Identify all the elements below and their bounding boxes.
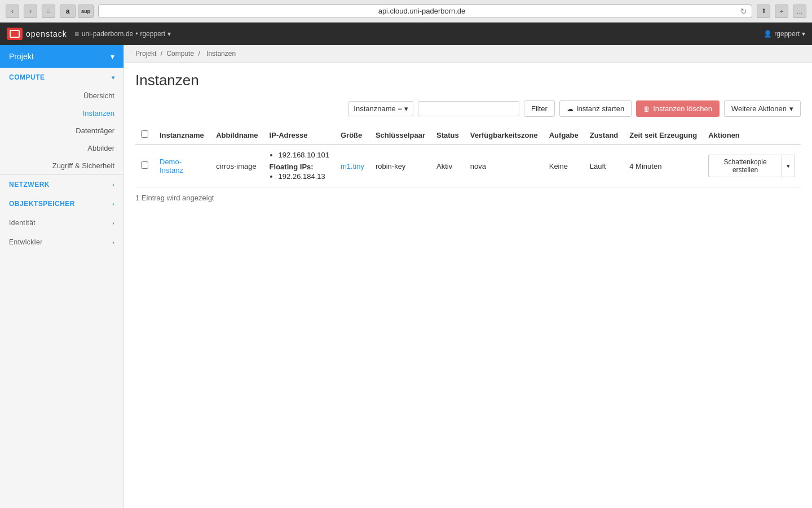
user-icon: 👤 <box>764 30 772 38</box>
nav-domain[interactable]: 🖥 uni-paderborn.de • rgeppert ▾ <box>74 30 171 38</box>
select-all-checkbox[interactable] <box>141 130 148 138</box>
sidebar-projekt-label: Projekt <box>9 52 34 61</box>
breadcrumb-sep2: / <box>198 50 202 58</box>
instances-table: Instanzname Abbildname IP-Adresse Größe … <box>135 126 801 208</box>
size-link[interactable]: m1.tiny <box>341 162 364 170</box>
row-zone-cell: nova <box>465 144 544 187</box>
sidebar-item-instanzen[interactable]: Instanzen <box>0 104 123 122</box>
sidebar-identitaet-label: Identität <box>9 219 36 227</box>
filter-button[interactable]: Filter <box>524 100 555 117</box>
sidebar-item-abbilder[interactable]: Abbilder <box>0 139 123 157</box>
instance-name-link[interactable]: Demo-Instanz <box>160 157 183 174</box>
sidebar-item-zugriff-label: Zugriff & Sicherheit <box>52 161 114 170</box>
sidebar-item-instanzen-label: Instanzen <box>83 109 114 117</box>
bookmark-aup[interactable]: aup <box>78 5 94 18</box>
sidebar: Projekt ▾ COMPUTE ▾ Übersicht Instanzen … <box>0 45 124 508</box>
action-main-label: Schattenkopie erstellen <box>724 158 767 174</box>
table-header-row: Instanzname Abbildname IP-Adresse Größe … <box>135 126 801 144</box>
more-actions-button[interactable]: Weitere Aktionen ▾ <box>724 100 801 117</box>
sidebar-objektspeicher-chevron: › <box>112 201 114 207</box>
col-schlusselpaar: Schlüsselpaar <box>370 126 431 144</box>
sidebar-netzwerk-header[interactable]: NETZWERK › <box>0 175 123 194</box>
action-main-button[interactable]: Schattenkopie erstellen <box>708 155 782 177</box>
bookmark-amazon[interactable]: a <box>60 5 76 18</box>
filter-select-label: Instanzname = <box>354 104 402 113</box>
sidebar-netzwerk-chevron: › <box>112 182 114 188</box>
row-status-cell: Aktiv <box>431 144 465 187</box>
tab-button[interactable]: □ <box>42 5 55 18</box>
col-aktionen: Aktionen <box>703 126 801 144</box>
extend-button[interactable]: … <box>793 5 806 18</box>
share-button[interactable]: ⬆ <box>757 5 770 18</box>
ip-fixed: 192.168.10.101 <box>279 150 329 161</box>
ip-floating: 192.26.184.13 <box>279 171 329 183</box>
project-name: rgeppert <box>140 30 165 38</box>
trash-icon: 🗑 <box>643 105 650 113</box>
sidebar-item-zugriff[interactable]: Zugriff & Sicherheit <box>0 157 123 174</box>
sidebar-identitaet-header[interactable]: Identität › <box>0 213 123 233</box>
bookmarks-bar: a aup <box>60 5 94 18</box>
delete-instances-button[interactable]: 🗑 Instanzen löschen <box>636 100 720 117</box>
table-header-checkbox <box>135 126 154 144</box>
delete-instances-label: Instanzen löschen <box>653 104 712 113</box>
more-actions-label: Weitere Aktionen <box>731 104 787 113</box>
sidebar-compute-header[interactable]: COMPUTE ▾ <box>0 68 123 87</box>
col-zeit: Zeit seit Erzeugung <box>624 126 703 144</box>
sidebar-compute-section: COMPUTE ▾ Übersicht Instanzen Datenträge… <box>0 68 123 175</box>
sidebar-entwickler-header[interactable]: Entwickler › <box>0 233 123 252</box>
row-checkbox-cell <box>135 144 154 187</box>
domain-chevron: ▾ <box>167 30 171 38</box>
forward-button[interactable]: › <box>24 5 37 18</box>
start-instance-button[interactable]: ☁ Instanz starten <box>559 100 632 117</box>
openstack-logo: openstack <box>7 28 67 40</box>
ip-floating-label: Floating IPs: <box>270 163 329 171</box>
filter-input[interactable] <box>418 101 519 116</box>
sidebar-projekt-header[interactable]: Projekt ▾ <box>0 45 123 68</box>
logo-icon-inner <box>10 30 20 38</box>
col-grosse: Größe <box>335 126 370 144</box>
sidebar-item-ubersicht[interactable]: Übersicht <box>0 87 123 104</box>
more-actions-chevron: ▾ <box>789 104 793 113</box>
sidebar-item-datentrager-label: Datenträger <box>76 126 114 135</box>
filter-select[interactable]: Instanzname = ▾ <box>348 101 413 116</box>
sidebar-compute-chevron: ▾ <box>112 75 115 81</box>
action-dropdown-button[interactable]: ▾ <box>782 155 795 177</box>
sidebar-entwickler-chevron: › <box>112 239 114 246</box>
col-abbildname: Abbildname <box>210 126 263 144</box>
sidebar-netzwerk-label: NETZWERK <box>9 181 50 189</box>
app-wrapper: openstack 🖥 uni-paderborn.de • rgeppert … <box>0 23 812 508</box>
top-nav: openstack 🖥 uni-paderborn.de • rgeppert … <box>0 23 812 45</box>
url-bar[interactable]: api.cloud.uni-paderborn.de ↻ <box>98 5 752 18</box>
filter-button-label: Filter <box>531 104 548 113</box>
browser-chrome: ‹ › □ a aup api.cloud.uni-paderborn.de ↻… <box>0 0 812 23</box>
ip-list: 192.168.10.101 <box>270 150 329 161</box>
sidebar-objektspeicher-label: OBJEKTSPEICHER <box>9 200 75 208</box>
user-menu[interactable]: 👤 rgeppert ▾ <box>764 30 805 38</box>
reload-icon[interactable]: ↻ <box>740 7 747 16</box>
breadcrumb: Projekt / Compute / Instanzen <box>124 45 812 63</box>
breadcrumb-instanzen: Instanzen <box>206 50 236 58</box>
table-footer: 1 Eintrag wird angezeigt <box>135 188 801 208</box>
col-ip-adresse: IP-Adresse <box>264 126 335 144</box>
new-tab-button[interactable]: + <box>775 5 788 18</box>
sidebar-projekt-chevron: ▾ <box>111 52 114 61</box>
toolbar: Instanzname = ▾ Filter ☁ Instanz starten… <box>135 100 801 117</box>
back-button[interactable]: ‹ <box>6 5 19 18</box>
filter-select-chevron: ▾ <box>404 104 408 113</box>
col-verfugbarkeitszone: Verfügbarkeitszone <box>465 126 544 144</box>
breadcrumb-projekt[interactable]: Projekt <box>135 50 156 58</box>
row-checkbox[interactable] <box>141 161 148 169</box>
url-text: api.cloud.uni-paderborn.de <box>103 7 740 15</box>
breadcrumb-sep1: / <box>161 50 165 58</box>
sidebar-entwickler-label: Entwickler <box>9 238 43 246</box>
sidebar-objektspeicher-header[interactable]: OBJEKTSPEICHER › <box>0 194 123 213</box>
row-time-cell: 4 Minuten <box>624 144 703 187</box>
page-content: Instanzen Instanzname = ▾ Filter ☁ Insta… <box>124 63 812 217</box>
row-keypair-cell: robin-key <box>370 144 431 187</box>
breadcrumb-compute[interactable]: Compute <box>166 50 194 58</box>
table-footer-text: 1 Eintrag wird angezeigt <box>135 194 214 202</box>
row-task-cell: Keine <box>544 144 584 187</box>
ip-floating-list: 192.26.184.13 <box>270 171 329 183</box>
action-button-group: Schattenkopie erstellen ▾ <box>708 155 795 177</box>
sidebar-item-datentrager[interactable]: Datenträger <box>0 122 123 139</box>
